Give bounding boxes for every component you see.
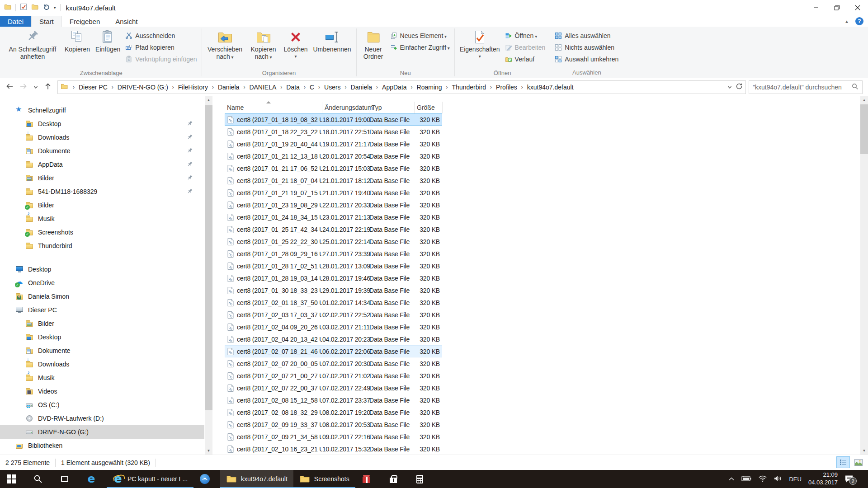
taskbar-app-explorer-kxut94o7[interactable]: kxut94o7.default — [220, 470, 293, 488]
customize-qat-button[interactable]: ▾ — [54, 5, 56, 10]
taskbar-app-edge[interactable] — [80, 470, 107, 488]
copy-to-button[interactable]: Kopieren nach — [246, 28, 281, 70]
tab-share[interactable]: Freigeben — [62, 16, 108, 27]
file-row[interactable]: cert8 (2017_02_09 19_33_37 UTC).db 08.02… — [225, 418, 442, 431]
details-view-button[interactable] — [836, 456, 850, 468]
thumbnails-view-button[interactable] — [852, 456, 865, 468]
scroll-down-arrow-icon[interactable]: ▼ — [205, 447, 212, 455]
file-row[interactable]: cert8 (2017_02_03 17_03_37 UTC).db 02.02… — [225, 309, 442, 321]
sidebar-item[interactable]: DRIVE-N-GO (G:) — [0, 425, 204, 439]
taskbar-app-thunderbird[interactable] — [193, 470, 220, 488]
sidebar-item[interactable]: Bibliotheken — [0, 439, 204, 452]
up-button[interactable] — [44, 82, 52, 92]
sidebar-item[interactable]: Bilder — [0, 171, 204, 185]
sidebar-item[interactable]: Thunderbird — [0, 239, 204, 253]
sidebar-item[interactable]: Bilder — [0, 198, 204, 212]
sidebar-item[interactable]: Daniela Simon — [0, 290, 204, 303]
sidebar-item[interactable]: Downloads — [0, 357, 204, 371]
file-row[interactable]: cert8 (2017_02_04 09_20_26 UTC).db 03.02… — [225, 321, 442, 333]
file-row[interactable]: cert8 (2017_01_30 18_33_23 UTC).db 29.01… — [225, 284, 442, 296]
sidebar-item[interactable]: Dokumente — [0, 144, 204, 158]
forward-button[interactable] — [19, 82, 28, 92]
file-row[interactable]: cert8 (2017_01_21 18_07_04 UTC).db 21.01… — [225, 174, 442, 187]
breadcrumb-item[interactable]: FileHistory — [168, 84, 208, 91]
breadcrumb-item[interactable]: Daniela — [208, 84, 239, 91]
file-row[interactable]: cert8 (2017_02_09 21_34_58 UTC).db 09.02… — [225, 431, 442, 443]
edit-button[interactable]: Bearbeiten — [503, 42, 548, 53]
refresh-button[interactable] — [736, 83, 743, 92]
new-folder-qat-button[interactable] — [31, 3, 38, 12]
battery-icon[interactable] — [741, 476, 751, 483]
file-row[interactable]: cert8 (2017_01_18 19_08_32 UTC).db 18.01… — [225, 113, 442, 126]
restore-button[interactable] — [826, 0, 847, 15]
file-row[interactable]: cert8 (2017_01_24 18_34_15 UTC).db 23.01… — [225, 211, 442, 223]
properties-button[interactable]: Eigenschaften — [457, 28, 503, 70]
recent-locations-button[interactable] — [33, 83, 38, 91]
new-item-button[interactable]: Neues Element — [388, 30, 452, 42]
file-list-scrollbar[interactable]: ▲ ▼ — [860, 96, 868, 455]
history-button[interactable]: Verlauf — [503, 53, 548, 65]
move-to-button[interactable]: Verschieben nach — [204, 28, 246, 70]
breadcrumb-item[interactable]: Dieser PC — [69, 84, 108, 91]
paste-button[interactable]: Einfügen — [93, 28, 123, 70]
file-row[interactable]: cert8 (2017_01_25 22_22_30 UTC).db 25.01… — [225, 235, 442, 248]
scrollbar-thumb[interactable] — [205, 105, 212, 410]
search-input[interactable]: "kxut94o7.default" durchsuchen — [749, 80, 863, 94]
task-view-button[interactable] — [53, 470, 80, 488]
copy-path-button[interactable]: Pfad kopieren — [123, 42, 199, 53]
open-button[interactable]: Öffnen — [503, 30, 548, 42]
cut-button[interactable]: Ausschneiden — [123, 30, 199, 42]
file-row[interactable]: cert8 (2017_02_04 20_13_42 UTC).db 04.02… — [225, 333, 442, 345]
properties-qat-button[interactable] — [20, 3, 27, 12]
scroll-up-arrow-icon[interactable]: ▲ — [205, 96, 212, 104]
sidebar-item[interactable]: Screenshots — [0, 225, 204, 239]
breadcrumb-item[interactable]: Daniela — [341, 84, 372, 91]
column-header-type[interactable]: Typ — [369, 102, 415, 113]
paste-shortcut-button[interactable]: Verknüpfung einfügen — [123, 53, 199, 65]
clock[interactable]: 21:09 04.03.2017 — [808, 471, 838, 487]
tab-start[interactable]: Start — [31, 16, 62, 27]
minimize-ribbon-button[interactable]: ▲ — [844, 19, 849, 24]
breadcrumb-item[interactable]: DRIVE-N-GO (G:) — [108, 84, 168, 91]
scrollbar-thumb[interactable] — [860, 104, 868, 154]
sidebar-item[interactable]: Musik — [0, 212, 204, 225]
file-row[interactable]: cert8 (2017_01_28 09_29_16 UTC).db 27.01… — [225, 248, 442, 260]
sidebar-item[interactable]: Desktop — [0, 263, 204, 276]
taskbar-search-button[interactable] — [27, 470, 53, 488]
file-row[interactable]: cert8 (2017_01_28 19_03_14 UTC).db 28.01… — [225, 272, 442, 284]
file-row[interactable]: cert8 (2017_02_01 18_37_50 UTC).db 01.02… — [225, 296, 442, 309]
column-header-size[interactable]: Größe — [415, 102, 443, 113]
address-dropdown-button[interactable] — [727, 83, 732, 91]
start-button[interactable] — [0, 470, 27, 488]
taskbar-app-explorer-screenshots[interactable]: Screenshots — [293, 470, 355, 488]
file-row[interactable]: cert8 (2017_01_19 20_40_44 UTC).db 19.01… — [225, 138, 442, 150]
pin-to-quick-access-button[interactable]: An Schnellzugriff anheften — [3, 28, 62, 70]
breadcrumb-item[interactable]: DANIELA — [239, 84, 276, 91]
scroll-down-arrow-icon[interactable]: ▼ — [860, 447, 868, 455]
file-row[interactable]: cert8 (2017_01_21 19_07_15 UTC).db 21.01… — [225, 187, 442, 199]
sidebar-item[interactable]: OneDrive — [0, 276, 204, 290]
file-row[interactable]: cert8 (2017_01_25 17_42_34 UTC).db 24.01… — [225, 223, 442, 235]
undo-qat-button[interactable] — [42, 3, 50, 12]
help-button[interactable] — [855, 17, 863, 25]
easy-access-button[interactable]: Einfacher Zugriff — [388, 42, 452, 53]
breadcrumb-item[interactable]: Profiles — [486, 84, 517, 91]
breadcrumb-item[interactable]: Data — [276, 84, 300, 91]
column-header-name[interactable]: Name — [225, 102, 322, 113]
breadcrumb-item[interactable]: Thunderbird — [442, 84, 486, 91]
action-center-button[interactable]: 2 — [844, 475, 854, 483]
sidebar-item[interactable]: Musik — [0, 371, 204, 385]
sidebar-item[interactable]: Videos — [0, 385, 204, 398]
sidebar-item[interactable]: Desktop — [0, 117, 204, 131]
sidebar-item[interactable]: Schnellzugriff — [0, 103, 204, 117]
tab-file[interactable]: Datei — [0, 16, 31, 27]
sidebar-item[interactable]: AppData — [0, 158, 204, 171]
sidebar-item[interactable]: Dokumente — [0, 344, 204, 357]
taskbar-app-gift[interactable] — [355, 470, 382, 488]
taskbar-app-internet-explorer[interactable]: PC kaputt - neuer L... — [107, 470, 193, 488]
invert-selection-button[interactable]: Auswahl umkehren — [552, 53, 621, 65]
tray-expand-chevron-icon[interactable] — [728, 476, 735, 483]
breadcrumb-item[interactable]: Users — [314, 84, 341, 91]
back-button[interactable] — [5, 82, 14, 92]
breadcrumb-item[interactable]: C — [300, 84, 314, 91]
